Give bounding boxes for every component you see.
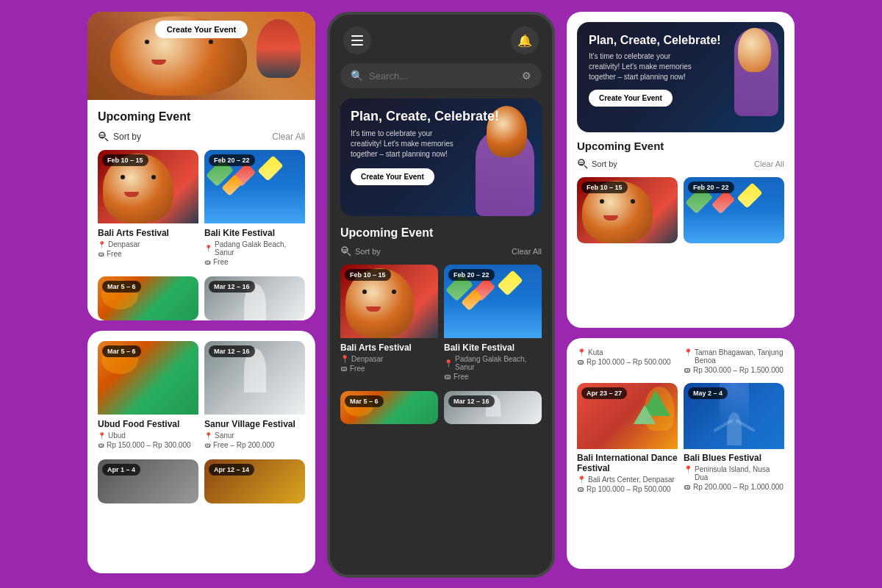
left-event-img-2: Feb 20 – 22 [204,150,305,223]
left-bottom-card-2[interactable]: Mar 12 – 16 Sanur Village Festival 📍 San… [204,341,305,453]
center-ticket-icon-1: 🎟 [340,365,348,373]
right-event-card-1[interactable]: Feb 10 – 15 [577,177,678,243]
right-top-panel: Plan, Create, Celebrate! It's time to ce… [567,12,795,328]
left-column: Create Your Event Upcoming Event [87,12,315,573]
center-event-card-1[interactable]: Feb 10 – 15 Bali Arts Festival 📍 Denpasa… [340,265,438,385]
left-event-date-1: Feb 10 – 15 [102,154,148,166]
center-event-price-2: 🎟 Free [444,373,542,381]
left-event-card-2[interactable]: Feb 20 – 22 Bali Kite Festival 📍 Padang … [204,150,305,270]
center-partial-row: Mar 5 – 6 Mar 12 – 16 [340,391,542,424]
center-hero-create-button[interactable]: Create Your Event [351,168,434,185]
right-event-img-1: Feb 10 – 15 [577,177,678,243]
right-hero-decoration [703,22,784,132]
right-hero-create-button[interactable]: Create Your Event [589,90,673,107]
right-blues-name: Bali Blues Festival [684,453,784,463]
right-event-img-2: Feb 20 – 22 [684,177,784,243]
left-bottom-price-1: 🎟 Rp 150.000 – Rp 300.000 [98,441,198,449]
r-eye-left-1 [600,199,604,204]
face-lips [151,60,166,65]
center-sort-label: Sort by [355,247,381,256]
right-bottom-info-2: 📍 Taman Bhagawan, Tanjung Benoa 🎟 Rp 300… [684,348,784,374]
center-event-img-2: Feb 20 – 22 [444,265,542,338]
left-hero-image: Create Your Event [87,12,315,100]
right-ticket-icon-1: 🎟 [577,358,584,366]
center-partial-date-2: Mar 12 – 16 [448,395,495,407]
svg-line-5 [348,253,351,256]
blues-person [727,412,742,445]
left-bottom-partial: Apr 1 – 4 Apr 12 – 14 [98,459,305,503]
center-event-card-2[interactable]: Feb 20 – 22 Bali Kite Festival 📍 Padang … [444,265,542,385]
right-loc-icon-1: 📍 [577,348,586,356]
center-hero-subtitle: It's time to celebrate your creativity! … [351,129,461,159]
filter-icon[interactable]: ⚙ [522,70,531,82]
center-upcoming-section: Upcoming Event Sort by Clear All [330,226,552,424]
left-hero-create-button[interactable]: Create Your Event [155,21,248,38]
svg-line-1 [105,138,108,141]
right-clear-all-button[interactable]: Clear All [754,159,784,168]
right-hero-face [738,28,771,72]
right-hero-subtitle: It's time to celebrate your creativity! … [589,51,699,82]
left-sort-label: Sort by [113,132,141,142]
menu-button[interactable] [343,26,371,54]
right-event-date-2: Feb 20 – 22 [688,182,734,193]
left-partial-card-1[interactable]: Mar 5 – 6 [98,276,198,320]
left-bottom-price-2: 🎟 Free – Rp 200.000 [204,441,305,449]
right-loc-icon-2: 📍 [684,348,692,356]
center-hero-title: Plan, Create, Celebrate! [351,109,499,124]
center-event-location-2: 📍 Padang Galak Beach, Sanur [444,355,542,371]
center-partial-card-2[interactable]: Mar 12 – 16 [444,391,542,424]
notification-button[interactable]: 🔔 [511,26,539,54]
left-partial-music[interactable]: Apr 12 – 14 [204,459,305,503]
right-sort-label: Sort by [592,159,617,168]
right-info-price-1: 🎟 Rp 100.000 – Rp 500.000 [577,358,678,366]
left-event-card-1[interactable]: Feb 10 – 15 Bali Arts Festival 📍 Denpasa… [98,150,198,270]
left-bottom-card-1[interactable]: Mar 5 – 6 Ubud Food Festival 📍 Ubud 🎟 Rp… [98,341,198,453]
right-bottom-dance-card[interactable]: Apr 23 – 27 Bali International Dance Fes… [577,383,678,497]
right-info-location-2: 📍 Taman Bhagawan, Tanjung Benoa [684,348,784,365]
center-header: 🔔 [330,15,552,63]
left-event-img-1: Feb 10 – 15 [98,150,198,223]
right-bottom-dance-img: Apr 23 – 27 [577,383,678,449]
menu-line-1 [351,35,363,37]
right-blues-date: May 2 – 4 [688,387,728,399]
right-dance-location: 📍 Bali Arts Center, Denpasar [577,476,678,484]
location-icon-1: 📍 [98,241,106,248]
left-partial-card-2[interactable]: Mar 12 – 16 [204,276,305,320]
left-partial-art[interactable]: Apr 1 – 4 [98,459,198,503]
center-event-name-2: Bali Kite Festival [444,343,542,353]
left-bottom-img-2: Mar 12 – 16 [204,341,305,415]
c-eye-left-1 [362,290,367,294]
center-partial-card-1[interactable]: Mar 5 – 6 [340,391,438,424]
center-panel: 🔔 🔍 ⚙ Plan, Create, Celebrate! It's time… [327,12,555,578]
right-event-card-2[interactable]: Feb 20 – 22 [684,177,784,243]
right-bottom-info-row: 📍 Kuta 🎟 Rp 100.000 – Rp 500.000 📍 Taman… [577,348,784,374]
ticket-icon-3: 🎟 [98,442,104,449]
right-bottom-panel: 📍 Kuta 🎟 Rp 100.000 – Rp 500.000 📍 Taman… [567,338,795,569]
left-partial-date-1: Mar 5 – 6 [102,281,141,293]
right-dance-price: 🎟 Rp 100.000 – Rp 500.000 [577,485,678,493]
right-hero-card: Plan, Create, Celebrate! It's time to ce… [577,22,784,132]
search-icon: 🔍 [351,70,363,82]
search-input[interactable] [369,71,516,82]
right-dance-ticket-icon: 🎟 [577,485,584,493]
right-event-date-1: Feb 10 – 15 [581,182,628,193]
center-event-info-1: Bali Arts Festival 📍 Denpasar 🎟 Free [340,338,438,377]
left-hero-section: Create Your Event [87,12,315,100]
location-icon-4: 📍 [204,432,212,440]
svg-line-9 [584,165,587,168]
right-upcoming-title: Upcoming Event [577,140,784,152]
left-clear-all-button[interactable]: Clear All [272,132,305,142]
right-upcoming-section: Upcoming Event Sort by Clear All [567,140,795,243]
face-eye-right [209,40,213,44]
ticket-icon-2: 🎟 [204,259,211,266]
left-bottom-date-2: Mar 12 – 16 [209,345,255,357]
right-bottom-cards-grid: Apr 23 – 27 Bali International Dance Fes… [577,383,784,497]
right-dance-loc-icon: 📍 [577,476,586,484]
center-event-name-1: Bali Arts Festival [340,343,438,353]
center-clear-all-button[interactable]: Clear All [512,247,542,256]
right-info-price-2: 🎟 Rp 300.000 – Rp 1.500.000 [684,366,784,374]
right-blues-price: 🎟 Rp 200.000 – Rp 1.000.000 [684,483,784,491]
left-event-price-2: 🎟 Free [204,258,305,266]
right-bottom-blues-card[interactable]: May 2 – 4 Bali Blues Festival 📍 Peninsul… [684,383,784,497]
triangle-2 [634,405,656,424]
